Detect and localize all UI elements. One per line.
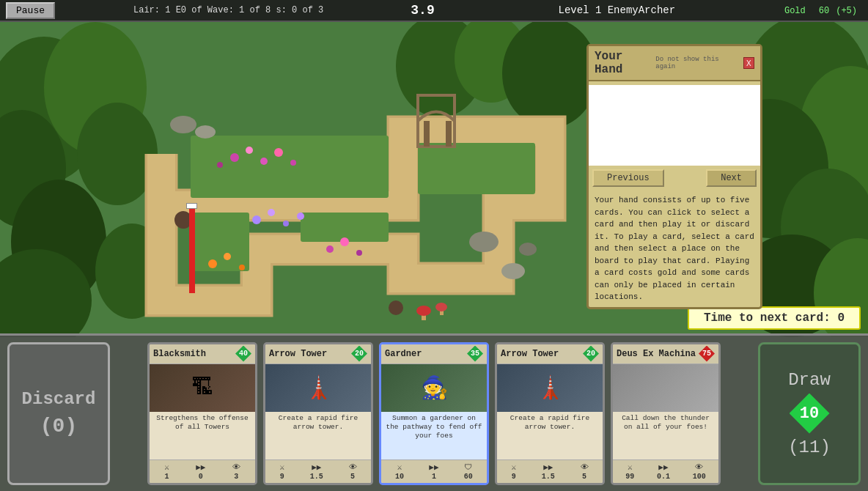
card-stat-icon-1: ▶▶ [658, 462, 668, 472]
svg-point-29 [283, 221, 289, 226]
svg-rect-38 [424, 121, 430, 147]
card-2-stat-0: ⚔ 10 [395, 462, 404, 481]
gold-display: Gold 60 (+5) [784, 4, 857, 17]
popup-title: Your Hand [595, 50, 655, 76]
svg-point-21 [230, 153, 239, 162]
card-stat-val-1: 1 [432, 473, 436, 481]
svg-point-42 [519, 243, 537, 256]
svg-point-44 [195, 125, 216, 139]
popup-close-button[interactable]: X [743, 57, 754, 69]
card-stat-icon-0: ⚔ [397, 462, 402, 472]
card-desc-2: Summon a gardener on the pathway to fend… [381, 412, 487, 459]
svg-point-24 [260, 158, 268, 165]
next-button[interactable]: Next [706, 169, 757, 187]
card-stat-val-2: 5 [582, 473, 586, 481]
enemy-info: Level 1 EnemyArcher [449, 4, 784, 16]
card-4-stat-0: ⚔ 99 [625, 462, 634, 481]
card-0-stat-2: 👁 3 [232, 462, 240, 481]
card-0-stat-0: ⚔ 1 [164, 462, 169, 481]
card-image-1: 🗼 [265, 364, 371, 412]
svg-point-41 [501, 263, 525, 279]
card-footer-2: ⚔ 10 ▶▶ 1 🛡 60 [381, 459, 487, 483]
card-image-0: 🏗 [150, 364, 255, 412]
card-1-stat-0: ⚔ 9 [279, 462, 284, 481]
card-image-2: 🧙 [381, 364, 487, 412]
previous-button[interactable]: Previous [592, 169, 664, 187]
card-title-2: Gardner [385, 349, 422, 359]
card-stat-val-2: 3 [234, 473, 238, 481]
card-stat-icon-2: 👁 [349, 462, 357, 472]
card-3-stat-2: 👁 5 [581, 462, 589, 481]
svg-point-40 [469, 232, 499, 252]
time-next-card-display: Time to next card: 0 [688, 306, 861, 330]
pause-button[interactable]: Pause [6, 2, 55, 19]
draw-diamond: 10 [790, 394, 830, 434]
card-1[interactable]: Arrow Tower 20 🗼 Create a rapid fire arr… [263, 342, 373, 485]
svg-point-28 [268, 209, 275, 216]
gold-amount: 60 [819, 6, 829, 16]
card-image-3: 🗼 [497, 364, 603, 412]
draw-pile[interactable]: Draw 10 (11) [758, 342, 861, 485]
card-title-0: Blacksmith [153, 349, 206, 359]
card-3[interactable]: Arrow Tower 20 🗼 Create a rapid fire arr… [495, 342, 605, 485]
svg-rect-39 [446, 121, 452, 147]
svg-point-36 [356, 250, 362, 256]
card-2-stat-1: ▶▶ 1 [429, 462, 438, 481]
card-stat-val-1: 1.5 [310, 473, 323, 481]
svg-point-23 [217, 162, 223, 168]
card-0[interactable]: Blacksmith 40 🏗 Stregthens the offense o… [147, 342, 257, 485]
card-stat-icon-1: ▶▶ [196, 462, 205, 472]
svg-point-32 [224, 253, 231, 260]
card-cost-4: 75 [699, 346, 715, 362]
popup-header: Your Hand Do not show this again X [589, 46, 760, 81]
card-desc-0: Stregthens the offense of all Towers [150, 412, 255, 459]
card-4-stat-2: 👁 100 [693, 462, 706, 481]
card-stat-icon-0: ⚔ [164, 462, 169, 472]
card-stat-val-0: 9 [512, 473, 516, 481]
discard-pile[interactable]: Discard (0) [7, 342, 110, 485]
card-3-stat-0: ⚔ 9 [511, 462, 516, 481]
svg-rect-20 [418, 143, 535, 194]
svg-point-50 [389, 300, 403, 315]
card-stat-icon-1: ▶▶ [543, 462, 553, 472]
draw-label: Draw [788, 370, 831, 390]
card-footer-4: ⚔ 99 ▶▶ 0.1 👁 100 [613, 459, 718, 483]
card-stat-val-2: 100 [693, 473, 706, 481]
card-stat-val-0: 10 [395, 473, 404, 481]
card-3-stat-1: ▶▶ 1.5 [542, 462, 555, 481]
card-stat-icon-2: 👁 [581, 462, 589, 472]
bottom-panel: Discard (0) Blacksmith 40 🏗 Stregthens t… [0, 333, 868, 491]
card-cost-2: 35 [467, 346, 483, 362]
svg-point-30 [297, 213, 304, 220]
card-desc-4: Call down the thunder on all of your foe… [613, 412, 718, 459]
card-cost-num-0: 40 [239, 350, 248, 358]
card-stat-val-2: 60 [464, 473, 473, 481]
do-not-show-label: Do not show this again [655, 56, 739, 70]
card-cost-0: 40 [235, 346, 251, 362]
card-header-2: Gardner 35 [381, 344, 487, 364]
popup-close-area: Do not show this again X [655, 56, 754, 70]
svg-rect-18 [191, 213, 249, 271]
card-header-4: Deus Ex Machina 75 [613, 344, 718, 364]
card-header-0: Blacksmith 40 [150, 344, 255, 364]
card-4[interactable]: Deus Ex Machina 75 Call down the thunder… [611, 342, 721, 485]
svg-point-27 [252, 215, 261, 224]
game-world: Pause Lair: 1 E0 of Wave: 1 of 8 s: 0 of… [0, 0, 868, 491]
card-1-stat-2: 👁 5 [349, 462, 357, 481]
card-stat-icon-0: ⚔ [511, 462, 516, 472]
card-image-4 [613, 364, 718, 412]
lair-info: Lair: 1 E0 of Wave: 1 of 8 s: 0 of 3 [61, 5, 396, 15]
card-1-stat-1: ▶▶ 1.5 [310, 462, 323, 481]
card-stat-icon-2: 👁 [695, 462, 703, 472]
discard-count: (0) [40, 415, 77, 438]
svg-point-16 [502, 22, 597, 128]
card-footer-3: ⚔ 9 ▶▶ 1.5 👁 5 [497, 459, 603, 483]
card-stat-val-0: 1 [164, 473, 169, 481]
card-footer-0: ⚔ 1 ▶▶ 0 👁 3 [150, 459, 255, 483]
card-stat-val-0: 99 [625, 473, 634, 481]
card-2[interactable]: Gardner 35 🧙 Summon a gardener on the pa… [379, 342, 489, 485]
card-cost-num-2: 35 [471, 350, 479, 358]
card-title-1: Arrow Tower [269, 349, 327, 359]
card-title-3: Arrow Tower [501, 349, 559, 359]
card-stat-val-1: 1.5 [542, 473, 555, 481]
